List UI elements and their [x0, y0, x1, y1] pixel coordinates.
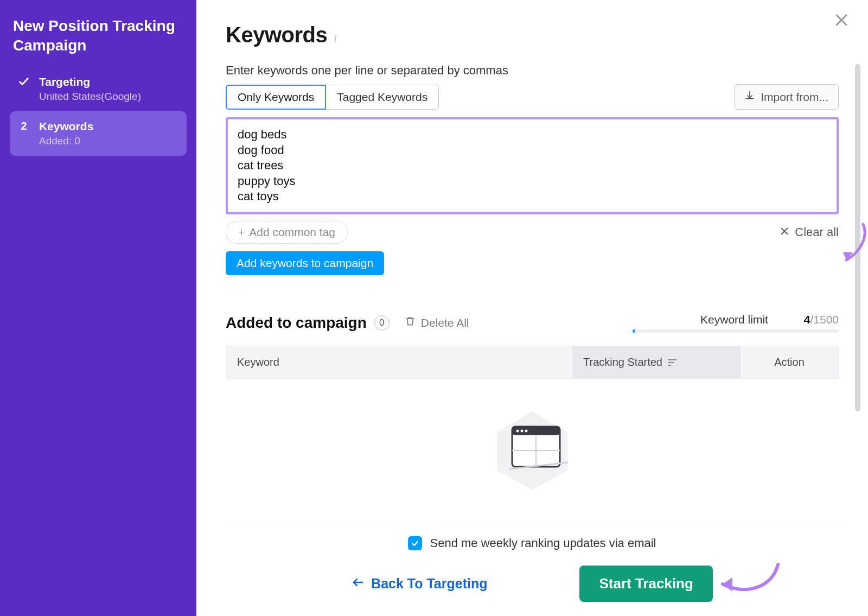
clear-all-label: Clear all: [795, 225, 839, 239]
main-panel: Keywords i Enter keywords one per line o…: [196, 0, 868, 616]
table-header: Keyword Tracking Started Action: [226, 346, 838, 378]
keyword-mode-segment: Only Keywords Tagged Keywords: [226, 85, 439, 110]
back-label: Back To Targeting: [371, 576, 487, 592]
add-tag-label: Add common tag: [249, 226, 335, 239]
wizard-footer: Send me weekly ranking updates via email…: [226, 523, 839, 602]
svg-rect-10: [512, 427, 560, 435]
svg-point-12: [521, 429, 524, 432]
added-count-badge: 0: [374, 315, 390, 331]
add-keywords-button[interactable]: Add keywords to campaign: [226, 251, 384, 275]
svg-point-11: [516, 429, 519, 432]
page-title: Keywords: [226, 23, 327, 47]
limit-total: /1500: [810, 313, 839, 326]
step-label: Keywords: [39, 120, 93, 133]
step-sub: Added: 0: [39, 135, 93, 147]
trash-icon: [405, 316, 416, 329]
sidebar-title: New Position Tracking Campaign: [10, 16, 187, 67]
wizard-step-keywords[interactable]: 2 Keywords Added: 0: [10, 111, 187, 156]
start-label: Start Tracking: [599, 575, 693, 592]
info-icon[interactable]: i: [334, 33, 337, 45]
step-sub: United States(Google): [39, 91, 141, 103]
svg-rect-7: [668, 365, 671, 366]
annotation-arrow-icon: [713, 558, 783, 601]
delete-all-label: Delete All: [421, 316, 469, 329]
add-common-tag-button[interactable]: + Add common tag: [226, 221, 348, 244]
weekly-updates-label: Send me weekly ranking updates via email: [430, 536, 656, 550]
svg-rect-6: [668, 362, 674, 363]
import-label: Import from...: [761, 91, 828, 104]
tab-only-keywords[interactable]: Only Keywords: [226, 85, 326, 110]
plus-icon: +: [238, 226, 245, 239]
keywords-textarea[interactable]: dog beds dog food cat trees puppy toys c…: [226, 117, 839, 214]
keywords-table: Keyword Tracking Started Action: [226, 346, 839, 379]
check-icon: [17, 75, 30, 87]
th-tracking-label: Tracking Started: [583, 356, 662, 369]
tab-tagged-keywords[interactable]: Tagged Keywords: [326, 85, 439, 110]
th-action: Action: [741, 346, 838, 378]
wizard-sidebar: New Position Tracking Campaign Targeting…: [0, 0, 196, 616]
weekly-updates-checkbox[interactable]: [408, 536, 422, 550]
close-icon[interactable]: [833, 12, 850, 30]
limit-progress-bar: [633, 329, 839, 333]
svg-marker-18: [723, 577, 732, 592]
download-icon: [744, 90, 755, 104]
limit-used: 4: [804, 313, 810, 326]
back-to-targeting-link[interactable]: Back To Targeting: [352, 576, 487, 592]
wizard-step-targeting[interactable]: Targeting United States(Google): [10, 67, 187, 111]
close-icon: [780, 225, 789, 239]
delete-all-button[interactable]: Delete All: [405, 316, 469, 329]
keyword-limit: Keyword limit 4/1500: [633, 313, 839, 333]
step-label: Targeting: [39, 75, 141, 88]
limit-label: Keyword limit: [700, 313, 768, 326]
arrow-left-icon: [352, 576, 365, 592]
sort-icon: [668, 356, 676, 369]
start-tracking-button[interactable]: Start Tracking: [579, 566, 712, 602]
annotation-arrow-icon: [839, 220, 868, 269]
th-tracking-started[interactable]: Tracking Started: [572, 346, 741, 378]
clear-all-button[interactable]: Clear all: [780, 225, 839, 239]
import-from-button[interactable]: Import from...: [734, 84, 839, 110]
added-title: Added to campaign: [226, 314, 367, 332]
empty-state-illustration: [226, 408, 839, 490]
th-keyword[interactable]: Keyword: [226, 346, 572, 378]
svg-rect-5: [668, 359, 676, 360]
instruction-text: Enter keywords one per line or separated…: [226, 63, 839, 78]
step-number: 2: [17, 120, 30, 132]
svg-point-13: [525, 429, 528, 432]
svg-marker-4: [843, 252, 853, 260]
scrollbar[interactable]: [855, 64, 860, 411]
